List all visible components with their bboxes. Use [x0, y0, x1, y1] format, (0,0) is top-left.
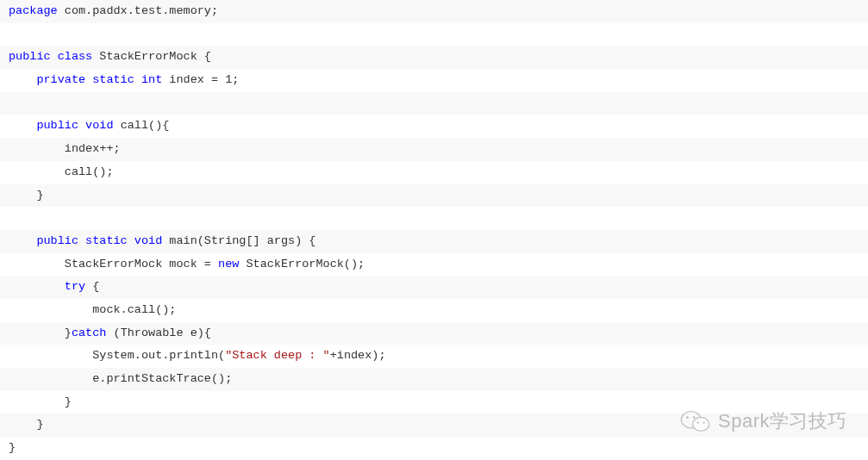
code-line	[0, 23, 868, 47]
code-token: e.printStackTrace();	[9, 372, 232, 385]
code-line	[0, 207, 868, 230]
code-block: package com.paddx.test.memory;public cla…	[0, 0, 868, 460]
code-token: index = 1;	[169, 73, 239, 86]
code-line: }	[0, 184, 868, 208]
code-line: try {	[0, 276, 868, 299]
code-token: {	[92, 280, 99, 293]
code-token: StackErrorMock();	[246, 258, 365, 270]
code-token: StackErrorMock mock =	[9, 258, 218, 270]
code-token: public class	[9, 50, 99, 63]
code-token: index++;	[9, 142, 121, 155]
code-line: public class StackErrorMock {	[0, 46, 868, 69]
code-line: System.out.println("Stack deep : "+index…	[0, 345, 868, 368]
code-token	[9, 234, 36, 247]
code-token: public static void	[36, 234, 169, 247]
code-line: StackErrorMock mock = new StackErrorMock…	[0, 253, 868, 277]
code-token: }	[9, 326, 72, 339]
code-token	[9, 280, 65, 293]
code-token: StackErrorMock {	[99, 50, 211, 63]
code-token: call();	[9, 165, 114, 178]
code-token: }	[9, 441, 16, 454]
code-token: }	[9, 395, 72, 408]
code-token: mock.call();	[9, 303, 176, 316]
code-line: e.printStackTrace();	[0, 368, 868, 391]
code-line: }	[0, 391, 868, 414]
code-token: int	[141, 73, 169, 86]
code-line: index++;	[0, 138, 868, 161]
code-line: call();	[0, 161, 868, 184]
code-token: package	[9, 4, 65, 17]
code-line: }	[0, 413, 868, 437]
code-line: }	[0, 437, 868, 460]
code-line: }catch (Throwable e){	[0, 322, 868, 345]
code-token: "Stack deep : "	[225, 349, 330, 362]
code-line	[0, 92, 868, 115]
code-token: (Throwable e){	[114, 326, 211, 339]
code-token: }	[9, 418, 44, 431]
code-token: new	[218, 258, 246, 270]
code-token: public void	[36, 119, 120, 132]
code-token: catch	[72, 326, 114, 339]
code-line: package com.paddx.test.memory;	[0, 0, 868, 23]
code-token: try	[65, 280, 92, 293]
code-token: System.out.println(	[9, 349, 225, 362]
code-token: com.paddx.test.memory;	[65, 4, 218, 17]
code-line: public static void main(String[] args) {	[0, 230, 868, 253]
code-token: +index);	[330, 349, 386, 362]
code-line: mock.call();	[0, 299, 868, 322]
code-token: main(String[] args) {	[169, 234, 315, 247]
code-token: }	[9, 189, 44, 202]
code-line: private static int index = 1;	[0, 69, 868, 92]
code-token	[9, 119, 36, 132]
code-token: call(){	[121, 119, 170, 132]
code-token	[9, 73, 36, 86]
code-token: private static	[36, 73, 141, 86]
code-line: public void call(){	[0, 115, 868, 138]
